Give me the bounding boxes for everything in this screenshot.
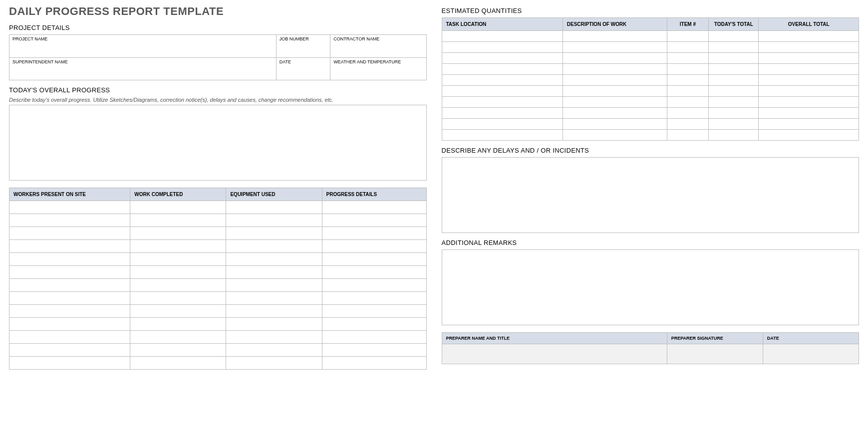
table-row[interactable] <box>442 64 859 75</box>
table-row[interactable] <box>442 119 859 130</box>
th-todays-total: TODAY'S TOTAL <box>709 18 759 31</box>
th-sig-date: DATE <box>763 333 859 344</box>
remarks-box[interactable] <box>442 249 860 325</box>
est-qty-table: TASK LOCATION DESCRIPTION OF WORK ITEM #… <box>442 17 860 141</box>
table-row[interactable] <box>442 75 859 86</box>
table-row[interactable] <box>9 344 427 357</box>
table-row[interactable] <box>9 331 427 344</box>
input-superintendent-name[interactable] <box>9 65 277 80</box>
table-row[interactable] <box>442 130 859 141</box>
th-preparer-name: PREPARER NAME AND TITLE <box>442 333 667 344</box>
th-task-location: TASK LOCATION <box>442 18 563 31</box>
table-row[interactable] <box>442 53 859 64</box>
table-row[interactable] <box>9 279 427 292</box>
table-row[interactable] <box>9 214 427 227</box>
right-column: ESTIMATED QUANTITIES TASK LOCATION DESCR… <box>442 5 860 370</box>
table-row[interactable] <box>9 266 427 279</box>
label-superintendent-name: SUPERINTENDENT NAME <box>9 57 277 65</box>
signature-table: PREPARER NAME AND TITLE PREPARER SIGNATU… <box>442 332 860 364</box>
input-sig-date[interactable] <box>763 344 859 364</box>
th-work-completed: WORK COMPLETED <box>130 188 226 201</box>
input-date[interactable] <box>276 65 330 80</box>
label-contractor-name: CONTRACTOR NAME <box>330 35 426 43</box>
label-date: DATE <box>276 57 330 65</box>
table-row[interactable] <box>9 318 427 331</box>
project-details-table: PROJECT NAME JOB NUMBER CONTRACTOR NAME … <box>9 34 427 80</box>
est-qty-heading: ESTIMATED QUANTITIES <box>442 7 860 14</box>
input-job-number[interactable] <box>276 42 330 57</box>
table-row[interactable] <box>9 253 427 266</box>
table-row[interactable] <box>442 97 859 108</box>
input-preparer-sig[interactable] <box>667 344 763 364</box>
th-overall-total: OVERALL TOTAL <box>759 18 859 31</box>
input-project-name[interactable] <box>9 42 277 57</box>
page-title: DAILY PROGRESS REPORT TEMPLATE <box>9 5 427 18</box>
overall-progress-hint: Describe today's overall progress. Utili… <box>9 97 427 103</box>
table-row[interactable] <box>442 108 859 119</box>
table-row[interactable] <box>9 201 427 214</box>
label-weather: WEATHER AND TEMPERATURE <box>330 57 426 65</box>
table-row[interactable] <box>9 292 427 305</box>
overall-progress-heading: TODAY'S OVERALL PROGRESS <box>9 86 427 94</box>
input-preparer-name[interactable] <box>442 344 667 364</box>
table-row[interactable] <box>9 305 427 318</box>
delays-box[interactable] <box>442 157 860 233</box>
table-row[interactable] <box>442 86 859 97</box>
th-desc-work: DESCRIPTION OF WORK <box>563 18 667 31</box>
progress-table: WORKERS PRESENT ON SITE WORK COMPLETED E… <box>9 188 427 370</box>
table-row[interactable] <box>9 357 427 370</box>
left-column: DAILY PROGRESS REPORT TEMPLATE PROJECT D… <box>9 5 427 370</box>
remarks-heading: ADDITIONAL REMARKS <box>442 239 860 246</box>
table-row[interactable] <box>442 31 859 42</box>
th-workers: WORKERS PRESENT ON SITE <box>9 188 130 201</box>
th-item: ITEM # <box>667 18 709 31</box>
label-project-name: PROJECT NAME <box>9 35 277 43</box>
label-job-number: JOB NUMBER <box>276 35 330 43</box>
table-row[interactable] <box>9 227 427 240</box>
th-equipment: EQUIPMENT USED <box>226 188 322 201</box>
input-contractor-name[interactable] <box>330 42 426 57</box>
table-row[interactable] <box>9 240 427 253</box>
input-weather[interactable] <box>330 65 426 80</box>
overall-progress-box[interactable] <box>9 105 427 181</box>
table-row[interactable] <box>442 42 859 53</box>
th-preparer-sig: PREPARER SIGNATURE <box>667 333 763 344</box>
delays-heading: DESCRIBE ANY DELAYS AND / OR INCIDENTS <box>442 147 860 154</box>
th-progress-details: PROGRESS DETAILS <box>322 188 426 201</box>
project-details-heading: PROJECT DETAILS <box>9 24 427 31</box>
